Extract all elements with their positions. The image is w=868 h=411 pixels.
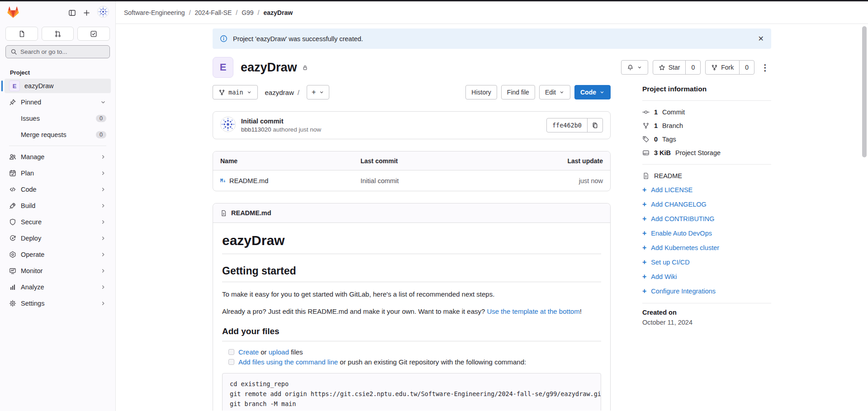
plus-icon: + — [642, 273, 646, 281]
upload-link[interactable]: upload — [269, 348, 289, 356]
commit-sha-group: ffe462b0 — [546, 118, 603, 132]
star-button[interactable]: Star — [653, 61, 686, 74]
sidebar-item-label: Code — [21, 186, 37, 193]
file-name-link[interactable]: README.md — [229, 177, 268, 184]
notifications-button[interactable] — [621, 60, 648, 75]
create-link[interactable]: Create — [238, 348, 259, 356]
plus-icon: + — [642, 244, 646, 252]
gitlab-logo-icon[interactable] — [6, 5, 20, 20]
chevron-right-icon — [100, 235, 106, 241]
commits-stat[interactable]: 1 Commit — [642, 105, 771, 119]
issues-count-badge: 0 — [96, 115, 106, 122]
sidebar-item-operate[interactable]: Operate — [5, 247, 111, 262]
add-license-link[interactable]: + Add LICENSE — [642, 183, 771, 197]
copy-sha-button[interactable] — [587, 118, 602, 132]
commit-author-avatar[interactable] — [220, 117, 236, 134]
repo-path[interactable]: eazydraw — [265, 89, 294, 96]
fork-button[interactable]: Fork — [706, 61, 739, 74]
code-button[interactable]: Code — [574, 85, 611, 99]
breadcrumb-team[interactable]: G99 — [242, 9, 253, 16]
breadcrumb-subgroup[interactable]: 2024-Fall-SE — [195, 9, 232, 16]
merge-requests-count-badge: 0 — [96, 131, 106, 138]
breadcrumb-group[interactable]: Software-Engineering — [124, 9, 185, 16]
column-header-name[interactable]: Name — [220, 157, 360, 165]
commit-title[interactable]: Initial commit — [241, 118, 321, 125]
storage-stat[interactable]: 3 KiB Project Storage — [642, 146, 771, 160]
template-link[interactable]: Use the template at the bottom — [487, 307, 580, 315]
sidebar-item-code[interactable]: Code — [5, 182, 111, 197]
sidebar-item-issues[interactable]: Issues 0 — [5, 111, 111, 126]
user-avatar[interactable] — [97, 6, 109, 19]
commit-author[interactable]: bbb113020 — [241, 126, 271, 133]
command-line-link[interactable]: Add files using the command line — [238, 358, 338, 366]
branches-stat[interactable]: 1 Branch — [642, 119, 771, 132]
checkbox[interactable] — [228, 359, 234, 365]
chevron-right-icon — [100, 251, 106, 258]
enable-auto-devops-link[interactable]: + Enable Auto DevOps — [642, 226, 771, 241]
chevron-down-icon — [100, 99, 106, 105]
link-label: Configure Integrations — [651, 288, 716, 295]
add-contributing-link[interactable]: + Add CONTRIBUTING — [642, 212, 771, 226]
link-label: Set up CI/CD — [651, 259, 689, 266]
file-last-commit[interactable]: Initial commit — [360, 177, 550, 184]
readme-link[interactable]: README — [642, 169, 771, 183]
link-label: Add CONTRIBUTING — [651, 215, 714, 222]
readme-section-heading: Getting started — [222, 265, 601, 282]
sidebar-item-label: Analyze — [21, 283, 44, 291]
branch-selector[interactable]: main — [213, 85, 258, 99]
column-header-last-update[interactable]: Last update — [567, 157, 603, 165]
created-on-label: Created on — [642, 309, 771, 316]
panel-divider — [642, 164, 771, 165]
more-actions-icon[interactable]: ⋮ — [759, 62, 771, 73]
tags-stat[interactable]: 0 Tags — [642, 132, 771, 146]
readme-paragraph: Already a pro? Just edit this README.md … — [222, 307, 601, 317]
column-header-last-commit[interactable]: Last commit — [360, 157, 550, 165]
search-input[interactable] — [20, 48, 105, 55]
todo-list-shortcut-button[interactable] — [77, 27, 110, 41]
find-file-button[interactable]: Find file — [501, 85, 535, 99]
sidebar-item-merge-requests[interactable]: Merge requests 0 — [5, 128, 111, 142]
success-alert: Project 'eazyDraw' was successfully crea… — [213, 28, 771, 49]
breadcrumb: Software-Engineering / 2024-Fall-SE / G9… — [124, 9, 293, 16]
add-changelog-link[interactable]: + Add CHANGELOG — [642, 197, 771, 212]
stat-label: Branch — [662, 122, 683, 129]
sidebar-item-manage[interactable]: Manage — [5, 150, 111, 164]
chevron-right-icon — [100, 154, 106, 160]
star-icon — [659, 64, 665, 71]
close-icon[interactable]: ✕ — [758, 34, 764, 43]
panel-title: Project information — [642, 85, 771, 101]
stat-value: 0 — [654, 136, 658, 143]
checkbox[interactable] — [228, 349, 234, 355]
sidebar-item-deploy[interactable]: Deploy — [5, 231, 111, 246]
sidebar-divider — [9, 146, 106, 146]
configure-integrations-link[interactable]: + Configure Integrations — [642, 284, 771, 298]
issues-shortcut-button[interactable] — [5, 27, 38, 41]
code-label: Code — [580, 89, 596, 96]
sidebar-item-pinned[interactable]: Pinned — [5, 95, 111, 109]
readme-filename[interactable]: README.md — [231, 209, 271, 217]
sidebar-item-monitor[interactable]: Monitor — [5, 264, 111, 278]
sidebar-item-build[interactable]: Build — [5, 198, 111, 213]
search-box[interactable] — [5, 45, 110, 58]
sidebar-item-project[interactable]: E eazyDraw — [5, 79, 111, 93]
breadcrumb-current[interactable]: eazyDraw — [263, 9, 293, 16]
sidebar-item-settings[interactable]: Settings — [5, 296, 111, 311]
sidebar-item-secure[interactable]: Secure — [5, 215, 111, 229]
toggle-sidebar-button[interactable] — [68, 9, 76, 17]
scrollbar[interactable] — [862, 26, 867, 157]
merge-requests-shortcut-button[interactable] — [42, 27, 74, 41]
history-button[interactable]: History — [465, 85, 497, 99]
star-count[interactable]: 0 — [685, 61, 700, 74]
add-wiki-link[interactable]: + Add Wiki — [642, 269, 771, 284]
sidebar-item-plan[interactable]: Plan — [5, 166, 111, 180]
fork-count[interactable]: 0 — [739, 61, 754, 74]
sidebar-item-analyze[interactable]: Analyze — [5, 280, 111, 294]
add-kubernetes-cluster-link[interactable]: + Add Kubernetes cluster — [642, 241, 771, 255]
stat-label: Commit — [662, 109, 685, 116]
create-new-button[interactable] — [83, 9, 90, 17]
set-up-cicd-link[interactable]: + Set up CI/CD — [642, 255, 771, 269]
edit-button[interactable]: Edit — [539, 85, 570, 99]
commit-sha: ffe462b0 — [547, 118, 587, 132]
table-row[interactable]: M↓ README.md Initial commit just now — [213, 170, 610, 191]
add-file-button[interactable]: + — [307, 85, 329, 99]
